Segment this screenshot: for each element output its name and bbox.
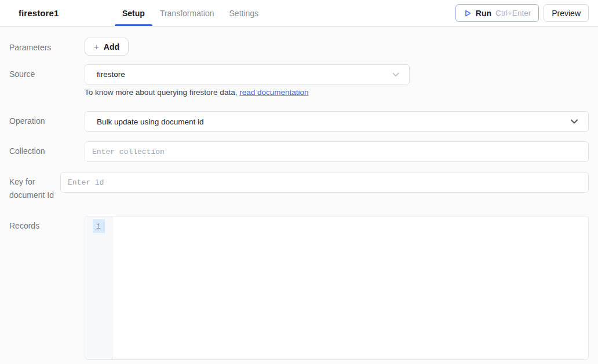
chevron-down-icon	[391, 69, 401, 80]
operation-row: Operation Bulk update using document id	[9, 111, 589, 132]
read-documentation-link[interactable]: read documentation	[239, 88, 308, 97]
source-help-text: To know more about querying firestore da…	[85, 88, 589, 97]
collection-row: Collection	[9, 141, 589, 162]
document-id-input[interactable]	[60, 172, 589, 193]
add-parameter-label: Add	[104, 42, 119, 52]
run-button-label: Run	[476, 9, 491, 18]
tab-transformation[interactable]: Transformation	[152, 0, 222, 26]
source-label: Source	[9, 64, 85, 97]
tab-settings[interactable]: Settings	[222, 0, 267, 26]
line-number-gutter: 1	[85, 216, 112, 359]
line-number: 1	[93, 219, 105, 233]
add-parameter-button[interactable]: + Add	[85, 38, 129, 56]
source-select[interactable]: firestore	[85, 64, 410, 84]
operation-select[interactable]: Bulk update using document id	[85, 111, 589, 132]
source-row: Source firestore To know more about quer…	[9, 64, 589, 97]
records-code-area[interactable]	[112, 216, 588, 359]
source-select-value: firestore	[97, 70, 391, 79]
document-key-label: Key for document Id	[9, 172, 60, 202]
records-code-editor[interactable]: 1	[85, 216, 589, 360]
tab-bar: Setup Transformation Settings	[115, 0, 266, 26]
header-actions: Run Ctrl+Enter Preview	[455, 0, 589, 26]
query-title: firestore1	[19, 8, 104, 18]
query-header: firestore1 Setup Transformation Settings…	[0, 0, 598, 27]
run-shortcut-hint: Ctrl+Enter	[495, 9, 531, 17]
query-setup-form: Parameters + Add Source firestore To kno…	[0, 38, 598, 360]
records-label: Records	[9, 216, 85, 360]
run-button[interactable]: Run Ctrl+Enter	[455, 4, 539, 22]
parameters-row: Parameters + Add	[9, 38, 589, 56]
preview-button[interactable]: Preview	[544, 4, 589, 22]
operation-label: Operation	[9, 111, 85, 132]
document-key-row: Key for document Id	[9, 172, 589, 202]
collection-input[interactable]	[85, 141, 589, 162]
operation-select-value: Bulk update using document id	[97, 117, 568, 126]
play-icon	[464, 9, 472, 17]
parameters-label: Parameters	[9, 38, 85, 56]
plus-icon: +	[94, 42, 99, 52]
records-row: Records 1	[9, 216, 589, 360]
tab-setup[interactable]: Setup	[115, 0, 152, 26]
chevron-down-icon	[568, 116, 580, 127]
collection-label: Collection	[9, 141, 85, 162]
